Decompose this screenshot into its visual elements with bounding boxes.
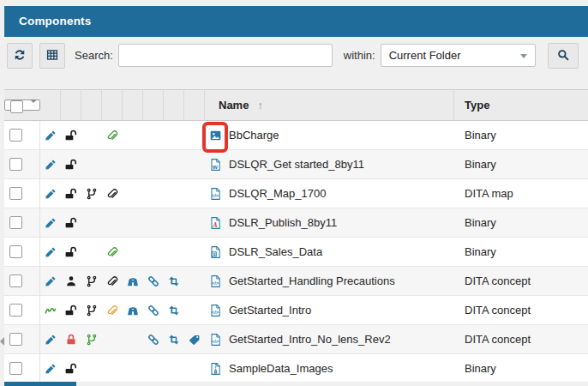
table-row[interactable]: </>GetStarted_Handling PrecautionsDITA c… — [4, 267, 588, 296]
branch-dark-icon[interactable] — [81, 296, 102, 324]
empty-icon-slot — [143, 238, 164, 266]
branch-green-icon[interactable] — [81, 325, 102, 353]
pencil-icon[interactable] — [40, 325, 61, 353]
pencil-icon[interactable] — [40, 150, 61, 178]
table-row[interactable]: </>DSLQR_Map_1700DITA map — [4, 179, 588, 208]
component-name[interactable]: DSLQR_Get started_8by11 — [229, 158, 364, 171]
refresh-button[interactable] — [7, 43, 33, 69]
collapse-left-arrow-icon — [0, 337, 4, 346]
branch-dark-icon[interactable] — [81, 179, 102, 208]
unlock-icon[interactable] — [61, 179, 81, 208]
magnifier-icon — [557, 49, 569, 63]
component-name[interactable]: DSLQR_Map_1700 — [229, 187, 326, 200]
row-status-icons — [40, 121, 205, 149]
paperclip-green-icon[interactable] — [102, 238, 123, 266]
empty-icon-slot — [123, 121, 143, 149]
unlock-icon[interactable] — [61, 208, 81, 237]
search-input[interactable] — [118, 44, 333, 67]
branch-dark-icon[interactable] — [81, 267, 102, 295]
row-select-cell — [4, 296, 40, 324]
pencil-icon[interactable] — [40, 238, 61, 266]
link-icon[interactable] — [143, 296, 164, 324]
user-icon[interactable] — [61, 267, 81, 295]
components-panel: Components Search: within: Current Folde… — [4, 6, 588, 382]
loop-icon[interactable] — [164, 296, 184, 324]
squiggle-green-icon[interactable] — [40, 296, 61, 324]
empty-icon-slot — [102, 325, 123, 353]
unlock-icon[interactable] — [61, 296, 81, 324]
empty-icon-slot — [123, 179, 143, 208]
loop-icon[interactable] — [164, 325, 184, 353]
empty-icon-slot — [184, 354, 205, 382]
row-checkbox[interactable] — [9, 274, 22, 287]
paperclip-dark-icon[interactable] — [102, 267, 123, 295]
pencil-icon[interactable] — [40, 121, 61, 149]
empty-icon-slot — [164, 238, 184, 266]
grid-view-button[interactable] — [39, 43, 65, 69]
tag-icon[interactable] — [184, 325, 205, 353]
component-name[interactable]: DSLR_Publish_8by11 — [229, 216, 337, 229]
row-checkbox[interactable] — [9, 333, 22, 346]
table-row[interactable]: </>GetStarted_Intro_No_lens_Rev2DITA con… — [4, 325, 588, 354]
select-all-header-cell — [4, 100, 40, 111]
link-icon[interactable] — [143, 267, 164, 295]
panel-collapse-handle[interactable] — [0, 335, 5, 348]
row-checkbox[interactable] — [9, 362, 22, 375]
table-row[interactable]: wDSLQR_Get started_8by11Binary — [4, 150, 588, 179]
binoculars-icon[interactable] — [123, 267, 143, 295]
refresh-icon — [14, 49, 26, 63]
empty-icon-slot — [143, 121, 164, 149]
empty-icon-slot — [164, 208, 184, 237]
component-name[interactable]: GetStarted_Intro — [229, 304, 311, 317]
row-checkbox[interactable] — [9, 158, 22, 171]
table-row[interactable]: BbChargeBinary — [4, 121, 588, 150]
selection-menu-caret-icon[interactable] — [30, 100, 37, 116]
row-checkbox[interactable] — [9, 216, 22, 229]
name-column-header[interactable]: Name ↑ — [205, 90, 454, 120]
component-name[interactable]: GetStarted_Handling Precautions — [229, 274, 395, 287]
row-checkbox[interactable] — [9, 245, 22, 258]
binoculars-icon[interactable] — [123, 296, 143, 324]
table-row[interactable]: </>GetStarted_IntroDITA concept — [4, 296, 588, 325]
table-row[interactable]: SampleData_ImagesBinary — [4, 354, 588, 382]
lock-red-icon[interactable] — [61, 325, 81, 353]
paperclip-green-icon[interactable] — [102, 121, 123, 149]
component-name[interactable]: SampleData_Images — [229, 362, 333, 375]
row-checkbox[interactable] — [9, 129, 22, 142]
row-status-icons — [40, 354, 205, 382]
empty-icon-slot — [184, 179, 205, 208]
search-label: Search: — [75, 43, 113, 69]
type-column-header[interactable]: Type — [454, 90, 588, 120]
component-name[interactable]: GetStarted_Intro_No_lens_Rev2 — [229, 333, 391, 346]
unlock-icon[interactable] — [61, 150, 81, 178]
component-name[interactable]: DSLR_Sales_Data — [229, 245, 322, 258]
svg-text:</>: </> — [211, 192, 219, 197]
pencil-icon[interactable] — [40, 179, 61, 208]
unlock-icon[interactable] — [61, 354, 81, 382]
unlock-icon[interactable] — [61, 238, 81, 266]
table-row[interactable]: ADSLR_Publish_8by11Binary — [4, 208, 588, 238]
pencil-icon[interactable] — [40, 208, 61, 237]
pencil-icon[interactable] — [40, 267, 61, 295]
loop-icon[interactable] — [164, 267, 184, 295]
component-type: DITA concept — [454, 325, 588, 353]
component-type: Binary — [454, 150, 588, 178]
icon-column-header — [61, 90, 81, 120]
search-go-button[interactable] — [548, 43, 579, 69]
table-row[interactable]: xDSLR_Sales_DataBinary — [4, 238, 588, 267]
unlock-icon[interactable] — [61, 121, 81, 149]
component-name[interactable]: BbCharge — [229, 129, 279, 142]
link-icon[interactable] — [143, 325, 164, 353]
select-all-checkbox[interactable] — [10, 100, 23, 113]
within-folder-dropdown[interactable]: Current Folder — [381, 44, 536, 67]
svg-text:A: A — [212, 220, 217, 228]
empty-icon-slot — [81, 354, 102, 382]
row-checkbox[interactable] — [9, 304, 22, 317]
paperclip-orange-icon[interactable] — [102, 296, 123, 324]
row-checkbox[interactable] — [9, 187, 22, 200]
component-type: DITA map — [454, 179, 588, 208]
paperclip-dark-icon[interactable] — [102, 179, 123, 208]
component-name-cell: xDSLR_Sales_Data — [205, 238, 454, 266]
row-select-cell — [4, 179, 40, 208]
pencil-icon[interactable] — [40, 354, 61, 382]
